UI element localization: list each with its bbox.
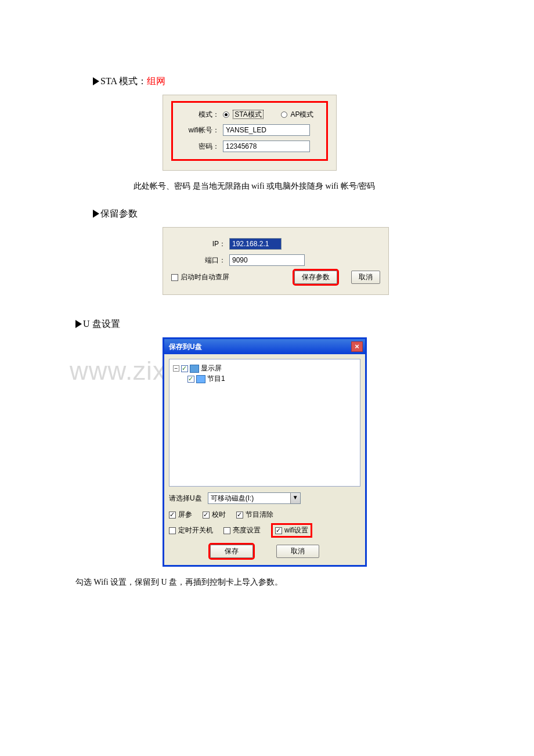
wifi-account-input[interactable]: YANSE_LED <box>223 124 310 136</box>
tree-root-row[interactable]: − 显示屏 <box>173 363 356 373</box>
ip-input[interactable]: 192.168.2.1 <box>229 238 282 250</box>
note-udisk: 勾选 Wifi 设置，保留到 U 盘，再插到控制卡上导入参数。 <box>75 577 459 588</box>
tree-child-row[interactable]: 节目1 <box>173 374 356 384</box>
opt-timer-switch[interactable]: 定时开关机 <box>169 525 213 535</box>
auto-check-label: 启动时自动查屏 <box>181 272 229 282</box>
opt-timer-label: 定时开关机 <box>178 525 213 535</box>
save-to-udisk-dialog: 保存到U盘 × − 显示屏 节目1 请选择U盘 <box>163 337 367 567</box>
tree-checkbox-icon[interactable] <box>187 376 194 383</box>
tree-root-label: 显示屏 <box>201 363 222 373</box>
tree-child-label: 节目1 <box>207 374 225 384</box>
opt-wifi-setting[interactable]: wifi设置 <box>271 523 312 538</box>
port-label: 端口： <box>171 255 229 265</box>
mode-label: 模式： <box>176 110 223 120</box>
opt-brightness[interactable]: 亮度设置 <box>223 525 261 535</box>
cancel-params-button[interactable]: 取消 <box>351 271 380 284</box>
opt-screen-label: 屏参 <box>178 510 192 520</box>
tree-checkbox-icon[interactable] <box>181 365 188 372</box>
opt-bright-label: 亮度设置 <box>233 525 261 535</box>
radio-sta[interactable]: STA模式 <box>223 110 264 120</box>
checkbox-icon <box>223 527 230 534</box>
wifi-password-input[interactable]: 12345678 <box>223 141 310 152</box>
section-udisk-heading: U 盘设置 <box>75 318 459 330</box>
opt-screen-params[interactable]: 屏参 <box>169 510 192 520</box>
select-udisk-label: 请选择U盘 <box>169 494 202 503</box>
radio-sta-label: STA模式 <box>233 110 263 119</box>
section-sta-heading: STA 模式：组网 <box>93 75 459 88</box>
chevron-down-icon: ▼ <box>290 493 300 503</box>
wifi-password-label: 密码： <box>176 142 223 152</box>
triangle-bullet-icon <box>75 320 82 328</box>
section-keep-params-heading: 保留参数 <box>93 208 459 220</box>
udisk-select-value: 可移动磁盘(I:) <box>211 494 254 503</box>
dialog-titlebar: 保存到U盘 × <box>164 339 365 354</box>
opt-time-label: 校时 <box>212 510 226 520</box>
panel-sta-mode: 模式： STA模式 AP模式 wifi帐号： YANSE_LED 密码： 123… <box>163 95 337 171</box>
dialog-cancel-button[interactable]: 取消 <box>276 545 319 558</box>
triangle-bullet-icon <box>93 210 99 218</box>
udisk-select[interactable]: 可移动磁盘(I:) ▼ <box>208 492 301 504</box>
dialog-title-text: 保存到U盘 <box>169 342 202 352</box>
screen-icon <box>190 365 199 373</box>
sta-mode-prefix: STA 模式： <box>100 76 147 86</box>
udisk-heading-text: U 盘设置 <box>83 319 120 329</box>
ip-label: IP： <box>171 239 229 249</box>
checkbox-icon <box>236 512 243 519</box>
triangle-bullet-icon <box>93 77 99 85</box>
panel-keep-params: IP： 192.168.2.1 端口： 9090 启动时自动查屏 保存参数 取消 <box>163 227 389 295</box>
save-params-button[interactable]: 保存参数 <box>294 271 337 284</box>
opt-clear-label: 节目清除 <box>246 510 273 520</box>
radio-icon <box>281 111 287 118</box>
close-icon[interactable]: × <box>351 341 363 352</box>
opt-time-sync[interactable]: 校时 <box>203 510 226 520</box>
radio-ap-label: AP模式 <box>290 110 313 118</box>
checkbox-icon <box>169 527 176 534</box>
wifi-account-label: wifi帐号： <box>176 125 223 135</box>
checkbox-icon <box>275 527 282 534</box>
radio-ap[interactable]: AP模式 <box>281 110 314 120</box>
opt-wifi-label: wifi设置 <box>284 525 308 535</box>
radio-icon <box>223 111 229 118</box>
checkbox-icon <box>171 274 178 281</box>
sta-mode-suffix: 组网 <box>147 76 165 86</box>
checkbox-icon <box>203 512 210 519</box>
program-tree[interactable]: − 显示屏 节目1 <box>169 359 360 487</box>
dialog-save-button[interactable]: 保存 <box>210 545 253 558</box>
port-input[interactable]: 9090 <box>229 254 305 266</box>
auto-check-screen[interactable]: 启动时自动查屏 <box>171 272 229 282</box>
checkbox-icon <box>169 512 176 519</box>
tree-collapse-icon[interactable]: − <box>173 365 179 372</box>
opt-clear-program[interactable]: 节目清除 <box>236 510 273 520</box>
keep-params-text: 保留参数 <box>100 208 138 218</box>
note-sta: 此处帐号、密码 是当地无限路由 wifi 或电脑外接随身 wifi 帐号/密码 <box>134 181 459 192</box>
program-icon <box>196 375 205 383</box>
